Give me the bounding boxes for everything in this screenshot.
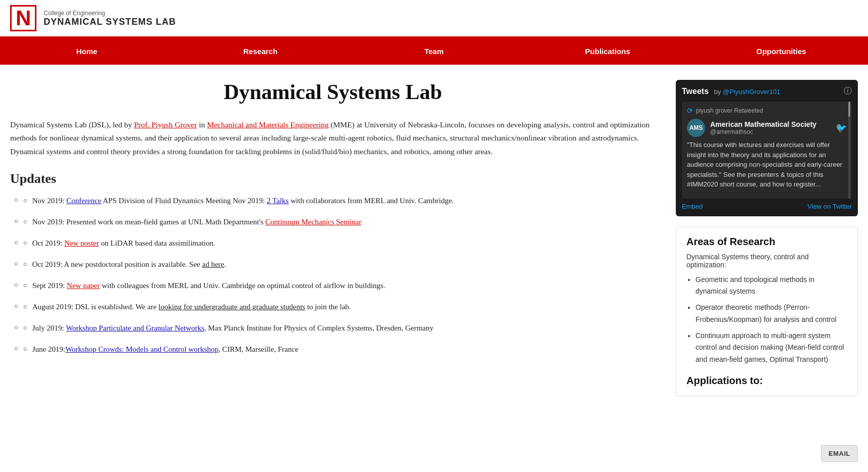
update-item-4: ○ Oct 2019: A new postdoctoral position … [14, 258, 656, 270]
bullet-7: ○ [23, 323, 27, 334]
tweets-by: by @PiyushGrover101 [714, 88, 780, 96]
tweet-avatar: AMS [687, 119, 705, 137]
tweet-author-info: American Mathematical Society @amermaths… [710, 120, 831, 135]
workshop-crowds-link[interactable]: Workshop Crowds: Models and Control work… [65, 345, 219, 353]
update-item-8: ○ June 2019:Workshop Crowds: Models and … [14, 343, 656, 355]
twitter-bird-icon: 🐦 [836, 122, 847, 133]
update-6-text: August 2019: DSL is established. We are … [32, 301, 351, 313]
logo-n-letter: N [10, 5, 36, 31]
poster-link[interactable]: New poster [64, 239, 99, 247]
update-2-text: Nov 2019: Presented work on mean-field g… [32, 216, 362, 228]
tweets-title: Tweets by @PiyushGrover101 [682, 87, 780, 96]
update-1-text: Nov 2019: Conference APS Division of Flu… [32, 195, 454, 207]
seminar-link[interactable]: Continuum Mechanics Seminar [266, 218, 362, 226]
update-item-2: ○ Nov 2019: Presented work on mean-field… [14, 216, 656, 228]
scroll-track [848, 102, 850, 199]
update-8-text: June 2019:Workshop Crowds: Models and Co… [32, 343, 298, 355]
tweets-widget: Tweets by @PiyushGrover101 ⓘ ⟳ piyush gr… [676, 80, 858, 216]
page-wrap: Dynamical Systems Lab Dynamical Systems … [0, 65, 868, 416]
tweet-author: AMS American Mathematical Society @amerm… [687, 119, 847, 137]
tweet-author-handle: @amermathsoc [710, 128, 831, 135]
updates-title: Updates [10, 171, 656, 186]
update-item-5: ○ Sept 2019: New paper with colleagues f… [14, 279, 656, 292]
nav-research[interactable]: Research [173, 38, 347, 65]
nav-home[interactable]: Home [0, 38, 173, 65]
update-4-text: Oct 2019: A new postdoctoral position is… [32, 258, 226, 270]
updates-list: ○ Nov 2019: Conference APS Division of F… [10, 195, 656, 355]
retweet-indicator: ⟳ piyush grover Retweeted [687, 107, 847, 115]
areas-list: Geometric and topological methods in dyn… [686, 274, 847, 366]
page-title: Dynamical Systems Lab [10, 80, 656, 104]
update-5-text: Sept 2019: New paper with colleagues fro… [32, 279, 385, 292]
update-item-7: ○ July 2019: Workshop Particulate and Gr… [14, 322, 656, 334]
areas-title: Areas of Research [686, 236, 847, 248]
update-7-text: July 2019: Workshop Particulate and Gran… [32, 322, 433, 334]
sidebar: Tweets by @PiyushGrover101 ⓘ ⟳ piyush gr… [676, 80, 858, 396]
area-item-3: Continuum approach to multi-agent system… [696, 330, 847, 366]
retweeted-label: piyush grover Retweeted [696, 107, 763, 114]
tweets-label: Tweets [682, 87, 709, 96]
info-icon[interactable]: ⓘ [844, 86, 852, 97]
update-3-text: Oct 2019: New poster on LiDAR based data… [32, 237, 215, 249]
logo-college: College of Engineering [44, 10, 176, 17]
twitter-handle-link[interactable]: @PiyushGrover101 [723, 88, 780, 96]
tweet-scrollbar[interactable] [848, 102, 851, 199]
intro-paragraph: Dynamical Systems Lab (DSL), led by Prof… [10, 118, 656, 158]
nav-opportunities[interactable]: Opportunities [695, 38, 868, 65]
talks-link[interactable]: 2 Talks [267, 197, 288, 205]
tweet-author-name: American Mathematical Society [710, 120, 831, 128]
embed-button[interactable]: Embed [682, 203, 703, 210]
bullet-6: ○ [23, 302, 27, 312]
update-item-1: ○ Nov 2019: Conference APS Division of F… [14, 195, 656, 207]
tweets-header: Tweets by @PiyushGrover101 ⓘ [682, 86, 852, 97]
nav-team[interactable]: Team [347, 38, 520, 65]
logo-text: College of Engineering DYNAMICAL SYSTEMS… [44, 10, 176, 27]
main-content: Dynamical Systems Lab Dynamical Systems … [10, 80, 656, 396]
update-item-6: ○ August 2019: DSL is established. We ar… [14, 301, 656, 313]
scroll-thumb [848, 102, 850, 117]
ad-here-link[interactable]: ad here [202, 260, 225, 268]
tweet-footer: Embed View on Twitter [682, 203, 852, 210]
bullet-8: ○ [23, 344, 27, 355]
bullet-2: ○ [23, 217, 27, 227]
retweet-icon: ⟳ [687, 107, 693, 115]
nav-publications[interactable]: Publications [521, 38, 695, 65]
intro-in: in [197, 120, 207, 129]
tweet-text: "This course with lectures and exercises… [687, 140, 847, 190]
main-navbar: Home Research Team Publications Opportun… [0, 38, 868, 65]
area-item-1: Geometric and topological methods in dyn… [696, 274, 847, 298]
bullet-3: ○ [23, 238, 27, 249]
intro-text-before: Dynamical Systems Lab (DSL), led by [10, 120, 134, 129]
new-paper-link[interactable]: New paper [67, 281, 100, 290]
view-on-twitter-button[interactable]: View on Twitter [807, 203, 852, 210]
dept-link[interactable]: Mechanical and Materials Engineering [207, 120, 329, 129]
areas-subtitle: Dynamical Systems theory, control and op… [686, 253, 847, 269]
workshop-granular-link[interactable]: Workshop Particulate and Granular Networ… [66, 324, 204, 332]
update-item-3: ○ Oct 2019: New poster on LiDAR based da… [14, 237, 656, 249]
site-header: N College of Engineering DYNAMICAL SYSTE… [0, 0, 868, 38]
bullet-5: ○ [23, 280, 27, 291]
logo-lab: DYNAMICAL SYSTEMS LAB [44, 17, 176, 27]
students-link[interactable]: looking for undergraduate and graduate s… [158, 303, 305, 311]
tweet-body: ⟳ piyush grover Retweeted AMS American M… [682, 102, 852, 199]
applications-title: Applications to: [686, 375, 847, 387]
bullet-1: ○ [23, 196, 27, 206]
areas-of-research-box: Areas of Research Dynamical Systems theo… [676, 226, 858, 397]
prof-link[interactable]: Prof. Piyush Grover [134, 120, 197, 129]
area-item-2: Operator theoretic methods (Perron-Frobe… [696, 302, 847, 326]
conference-link[interactable]: Conference [66, 197, 101, 205]
bullet-4: ○ [23, 259, 27, 270]
